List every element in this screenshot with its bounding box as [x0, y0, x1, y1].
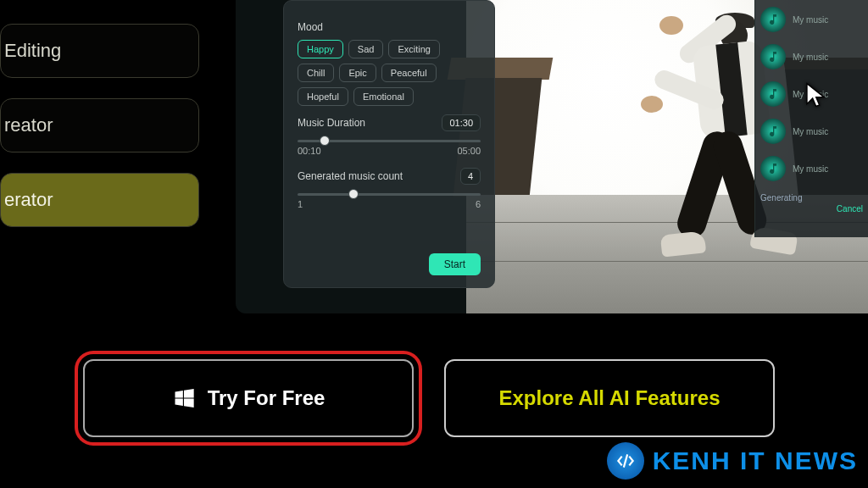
sidebar-item-generator[interactable]: erator [0, 173, 199, 227]
sidebar-item-label: reator [4, 114, 53, 136]
sidebar-item-editing[interactable]: Editing [0, 24, 199, 78]
cta-primary-label: Try For Free [208, 386, 326, 410]
music-settings-panel: Mood Happy Sad Exciting Chill Epic Peace… [283, 0, 495, 288]
music-note-icon [760, 81, 786, 107]
watermark: KENH IT NEWS [607, 442, 858, 480]
cta-row: Try For Free Explore All AI Features [83, 359, 775, 437]
music-note-icon [760, 156, 786, 181]
count-max: 6 [476, 199, 481, 209]
mood-label: Mood [298, 21, 481, 33]
cursor-arrow-icon [804, 81, 831, 108]
cancel-link[interactable]: Cancel [760, 204, 863, 214]
sidebar: Editing reator erator [0, 24, 199, 247]
watermark-badge-icon [607, 442, 644, 480]
music-note-icon [760, 119, 786, 144]
duration-label: Music Duration [298, 117, 365, 129]
sidebar-item-creator[interactable]: reator [0, 98, 199, 152]
mood-chip-sad[interactable]: Sad [348, 40, 384, 58]
mood-chip-happy[interactable]: Happy [298, 40, 343, 58]
count-value: 4 [460, 168, 481, 185]
preview-area: Mood Happy Sad Exciting Chill Epic Peace… [236, 0, 868, 313]
sidebar-item-label: erator [4, 189, 53, 211]
count-label: Generated music count [298, 170, 403, 182]
music-list-item[interactable]: My music [760, 119, 863, 144]
duration-value: 01:30 [442, 114, 481, 131]
try-for-free-button[interactable]: Try For Free [83, 359, 414, 437]
generating-status: Generating [760, 193, 863, 202]
music-list-item[interactable]: My music [760, 7, 863, 32]
start-button[interactable]: Start [429, 253, 481, 275]
count-min: 1 [298, 199, 303, 209]
generated-music-list: My music My music My music My music My m… [754, 0, 868, 237]
music-note-icon [760, 7, 786, 32]
music-note-icon [760, 44, 786, 69]
sidebar-item-label: Editing [4, 40, 61, 62]
mood-chip-emotional[interactable]: Emotional [353, 87, 414, 106]
cta-secondary-label: Explore All AI Features [499, 386, 721, 410]
music-list-item[interactable]: My music [760, 44, 863, 69]
explore-features-button[interactable]: Explore All AI Features [444, 359, 775, 437]
music-item-label: My music [793, 15, 828, 25]
mood-chip-exciting[interactable]: Exciting [388, 40, 440, 58]
mood-chip-epic[interactable]: Epic [339, 64, 376, 82]
music-item-label: My music [793, 164, 828, 174]
mood-chip-group: Happy Sad Exciting Chill Epic Peaceful H… [298, 40, 481, 106]
music-item-label: My music [793, 53, 828, 62]
music-item-label: My music [793, 127, 828, 136]
mood-chip-chill[interactable]: Chill [298, 64, 334, 82]
duration-slider[interactable] [298, 140, 481, 142]
duration-max: 05:00 [457, 146, 481, 156]
duration-min: 00:10 [298, 146, 321, 156]
music-list-item[interactable]: My music [760, 156, 863, 181]
mood-chip-peaceful[interactable]: Peaceful [381, 64, 437, 82]
windows-icon [172, 386, 196, 410]
count-slider[interactable] [298, 193, 481, 196]
watermark-text: KENH IT NEWS [653, 446, 858, 475]
mood-chip-hopeful[interactable]: Hopeful [298, 87, 348, 106]
